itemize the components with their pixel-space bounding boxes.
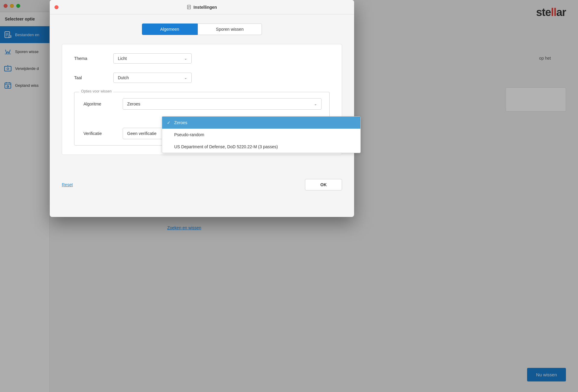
settings-panel: Thema Licht ⌄ Taal Dutch ⌄ Opties voor w… xyxy=(62,44,342,155)
settings-modal: Instellingen Algemeen Sporen wissen Them… xyxy=(50,0,354,217)
tab-algemeen[interactable]: Algemeen xyxy=(142,24,198,35)
modal-title: Instellingen xyxy=(187,5,217,10)
reset-link[interactable]: Reset xyxy=(62,182,73,187)
check-icon: ✓ xyxy=(167,120,172,125)
ok-button[interactable]: OK xyxy=(305,179,342,190)
taal-select[interactable]: Dutch ⌄ xyxy=(113,73,192,83)
thema-label: Thema xyxy=(74,56,113,61)
tab-bar: Algemeen Sporen wissen xyxy=(62,24,342,35)
modal-footer: Reset OK xyxy=(50,173,354,196)
algoritme-container: Zeroes ⌄ ✓ Zeroes Pseudo-random xyxy=(123,98,322,110)
algoritme-dropdown: ✓ Zeroes Pseudo-random US Department of … xyxy=(162,116,361,153)
thema-row: Thema Licht ⌄ xyxy=(74,53,330,64)
algoritme-option-dod[interactable]: US Department of Defense, DoD 5220.22-M … xyxy=(162,141,360,153)
modal-title-icon xyxy=(187,5,192,10)
taal-label: Taal xyxy=(74,75,113,80)
algoritme-option-zeroes-label: Zeroes xyxy=(174,120,187,125)
verificatie-value: Geen verificatie xyxy=(127,131,156,136)
algoritme-row: Algoritme Zeroes ⌄ ✓ Zeroes xyxy=(83,98,320,110)
wissen-group: Opties voor wissen Algoritme Zeroes ⌄ ✓ xyxy=(74,92,330,146)
wissen-group-legend: Opties voor wissen xyxy=(79,89,113,93)
modal-body: Algemeen Sporen wissen Thema Licht ⌄ Taa… xyxy=(50,14,354,173)
taal-value: Dutch xyxy=(118,75,129,80)
taal-chevron-icon: ⌄ xyxy=(184,76,187,80)
thema-select[interactable]: Licht ⌄ xyxy=(113,53,192,64)
modal-titlebar: Instellingen xyxy=(50,0,354,14)
algoritme-option-dod-label: US Department of Defense, DoD 5220.22-M … xyxy=(174,144,278,149)
tab-sporen-wissen[interactable]: Sporen wissen xyxy=(198,24,262,35)
taal-row: Taal Dutch ⌄ xyxy=(74,73,330,83)
algoritme-option-pseudo-label: Pseudo-random xyxy=(174,132,204,137)
algoritme-label: Algoritme xyxy=(83,102,123,106)
algoritme-option-pseudo[interactable]: Pseudo-random xyxy=(162,129,360,141)
dod-check-spacer xyxy=(167,144,172,149)
modal-close-button[interactable] xyxy=(55,5,58,9)
algoritme-option-zeroes[interactable]: ✓ Zeroes xyxy=(162,117,360,129)
algoritme-select[interactable]: Zeroes ⌄ xyxy=(123,98,322,110)
pseudo-check-spacer xyxy=(167,132,172,137)
algoritme-value: Zeroes xyxy=(127,102,140,106)
verificatie-label: Verificatie xyxy=(83,131,123,136)
thema-value: Licht xyxy=(118,56,127,61)
thema-chevron-icon: ⌄ xyxy=(184,56,187,61)
algoritme-chevron-icon: ⌄ xyxy=(314,102,317,106)
